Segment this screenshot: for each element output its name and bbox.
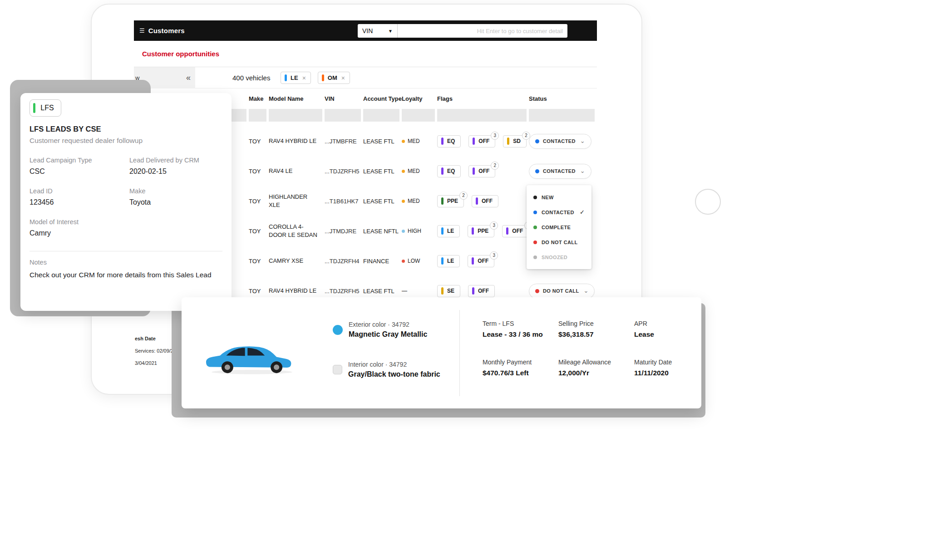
flag-chip-eq[interactable]: EQ	[437, 165, 461, 177]
status-dot	[535, 139, 539, 143]
notes-text: Check out your CRM for more details from…	[30, 270, 222, 280]
flag-chip-off[interactable]: OFF2	[468, 165, 495, 177]
loyalty-dot	[402, 200, 405, 203]
loyalty-dot	[402, 140, 405, 143]
vehicle-detail-label: Monthly Payment	[483, 359, 558, 366]
filter-chip-om[interactable]: OM×	[318, 72, 350, 84]
status-option-new[interactable]: NEW	[527, 190, 591, 205]
cell-account-type: LEASE FTL	[363, 138, 402, 145]
chevron-down-icon: ⌄	[580, 139, 585, 143]
vehicle-detail-value: $36,318.57	[558, 330, 634, 339]
filter-cell	[269, 109, 325, 122]
flag-label: LE	[447, 258, 454, 264]
flag-color-bar	[507, 138, 509, 145]
flag-chip-off[interactable]: OFF3	[468, 135, 495, 147]
flag-label: OFF	[478, 258, 488, 264]
screenshot-stage: ☰ Customers VIN ▼ Customer opportunities…	[0, 0, 951, 560]
cell-loyalty: MED	[402, 138, 437, 144]
tablet-home-button	[695, 189, 721, 215]
column-header-make[interactable]: Make	[249, 95, 269, 102]
status-pill[interactable]: CONTACTED⌄	[529, 134, 591, 149]
lead-card-subtitle: Customer requested dealer followup	[30, 137, 222, 145]
app-topbar: ☰ Customers VIN ▼	[134, 20, 597, 41]
exterior-swatch	[333, 325, 343, 335]
loyalty-dot	[402, 170, 405, 173]
flag-chip-ppe[interactable]: PPE3	[468, 225, 494, 237]
sidebar-collapse-button[interactable]: «	[186, 67, 191, 88]
customer-search-input[interactable]	[398, 24, 567, 38]
check-icon: ✓	[580, 209, 585, 216]
status-option-snoozed[interactable]: SNOOZED	[527, 250, 591, 265]
column-header-loyalty[interactable]: Loyalty	[402, 95, 437, 102]
chip-label: OM	[328, 74, 337, 81]
chip-color-bar	[285, 74, 287, 81]
flag-chip-sd[interactable]: SD2	[503, 135, 527, 147]
lead-field: Model of InterestCamry	[30, 218, 129, 237]
flag-color-bar	[441, 257, 443, 265]
tab-customer-opportunities[interactable]: Customer opportunities	[142, 50, 219, 58]
interior-color-block: Interior color · 34792 Gray/Black two-to…	[333, 361, 440, 378]
flag-chip-off[interactable]: OFF	[472, 195, 498, 207]
column-header-status[interactable]: Status	[529, 95, 597, 102]
flag-chip-se[interactable]: SE	[437, 285, 460, 297]
column-header-flags[interactable]: Flags	[437, 95, 529, 102]
column-header-account-type[interactable]: Account Type	[363, 95, 402, 102]
flag-count-badge: 3	[490, 251, 498, 260]
vehicle-count: 400 vehicles	[232, 67, 270, 88]
menu-icon[interactable]: ☰	[139, 27, 145, 34]
flag-color-bar	[506, 227, 508, 235]
chip-label: LE	[291, 74, 298, 81]
loyalty-label: MED	[408, 198, 420, 204]
subnav: Customer opportunities	[134, 41, 597, 67]
flag-color-bar	[473, 138, 475, 145]
cell-loyalty: HIGH	[402, 228, 437, 234]
lead-card-divider	[30, 251, 222, 251]
filter-chip-le[interactable]: LE×	[281, 72, 311, 84]
flag-chip-eq[interactable]: EQ	[437, 135, 461, 147]
status-option-complete[interactable]: COMPLETE	[527, 220, 591, 235]
flag-label: OFF	[478, 288, 489, 294]
chip-remove-icon[interactable]: ×	[341, 74, 345, 82]
flag-color-bar	[441, 197, 443, 205]
vin-select-label: VIN	[362, 27, 373, 34]
vehicle-detail-value: 11/11/2020	[634, 369, 702, 377]
column-header-model-name[interactable]: Model Name	[269, 95, 325, 102]
status-option-label: COMPLETE	[542, 225, 571, 230]
column-header-vin[interactable]: VIN	[325, 95, 363, 102]
status-option-label: SNOOZED	[542, 255, 567, 260]
cell-model-name: HIGHLANDER XLE	[269, 193, 325, 209]
cell-flags: SEOFF	[437, 285, 529, 297]
flag-chip-le[interactable]: LE	[437, 225, 460, 237]
status-pill[interactable]: CONTACTED⌄	[529, 164, 591, 179]
flag-chip-off[interactable]: OFF3	[468, 255, 494, 267]
cell-make: TOY	[249, 198, 269, 205]
cell-flags: PPE2OFF	[437, 195, 529, 207]
lfs-badge-color-bar	[33, 103, 35, 113]
status-pill[interactable]: DO NOT CALL⌄	[529, 284, 595, 299]
loyalty-label: —	[402, 288, 407, 294]
vin-search-type-select[interactable]: VIN ▼	[358, 24, 398, 38]
cell-model-name: RAV4 LE	[269, 167, 325, 175]
vehicle-detail: Term - LFSLease - 33 / 36 mo	[483, 320, 558, 339]
vertical-divider	[459, 310, 460, 396]
cell-make: TOY	[249, 138, 269, 145]
notes-label: Notes	[30, 259, 222, 266]
flag-chip-off[interactable]: OFF	[468, 285, 495, 297]
vehicle-detail-label: Mileage Allowance	[558, 359, 634, 366]
status-option-do-not-call[interactable]: DO NOT CALL	[527, 235, 591, 250]
filter-cell	[249, 109, 269, 122]
lead-field: Lead ID123456	[30, 187, 129, 206]
lead-card-title: LFS LEADS BY CSE	[30, 125, 222, 133]
status-dot	[533, 241, 537, 244]
vehicle-detail-value: $470.76/3 Left	[483, 369, 558, 377]
flag-chip-le[interactable]: LE	[437, 255, 460, 267]
flag-chip-ppe[interactable]: PPE2	[437, 195, 464, 207]
chip-remove-icon[interactable]: ×	[302, 74, 306, 82]
flag-label: PPE	[478, 228, 488, 234]
flag-chip-off[interactable]: OFF3	[502, 225, 529, 237]
vehicle-detail-label: Term - LFS	[483, 320, 558, 327]
status-option-contacted[interactable]: CONTACTED✓	[527, 205, 591, 220]
cell-flags: LEPPE3OFF3	[437, 225, 529, 237]
cell-model-name: CAMRY XSE	[269, 257, 325, 265]
car-image	[204, 334, 300, 379]
